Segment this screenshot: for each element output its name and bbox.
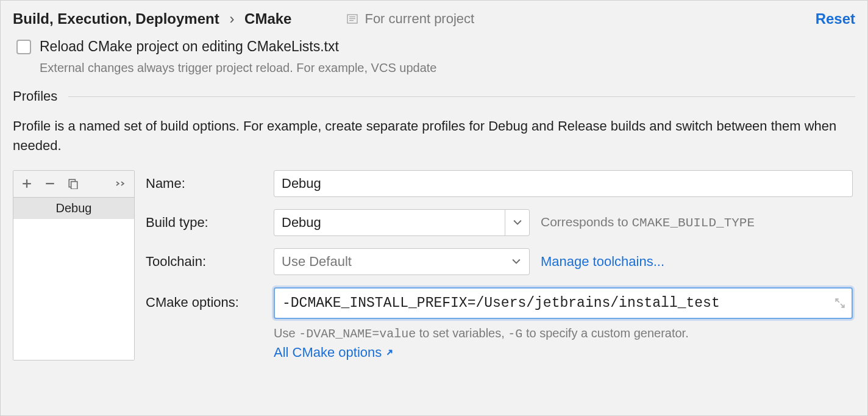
build-type-label: Build type: xyxy=(146,215,274,231)
breadcrumb: Build, Execution, Deployment › CMake xyxy=(13,10,291,27)
add-profile-button[interactable] xyxy=(20,176,34,191)
svg-rect-2 xyxy=(349,18,355,19)
profile-item-debug[interactable]: Debug xyxy=(13,198,134,219)
name-input[interactable] xyxy=(274,170,853,197)
build-type-hint: Corresponds to CMAKE_BUILD_TYPE xyxy=(541,215,755,230)
divider-line xyxy=(68,96,855,97)
profiles-description: Profile is a named set of build options.… xyxy=(13,117,855,156)
svg-rect-1 xyxy=(349,16,355,17)
profiles-toolbar xyxy=(13,171,134,198)
reload-on-edit-label: Reload CMake project on editing CMakeLis… xyxy=(40,38,339,55)
copy-profile-button[interactable] xyxy=(66,176,80,191)
profiles-list: Debug xyxy=(13,198,134,360)
breadcrumb-current: CMake xyxy=(244,10,291,27)
svg-rect-5 xyxy=(71,182,77,189)
reset-button[interactable]: Reset xyxy=(816,10,855,27)
dropdown-caret-icon xyxy=(512,259,521,265)
reload-on-edit-checkbox[interactable] xyxy=(16,40,31,54)
cmake-options-input[interactable]: -DCMAKE_INSTALL_PREFIX=/Users/jetbrains/… xyxy=(274,287,853,319)
toolchain-label: Toolchain: xyxy=(146,254,274,270)
breadcrumb-parent: Build, Execution, Deployment xyxy=(13,10,219,27)
manage-toolchains-link[interactable]: Manage toolchains... xyxy=(541,254,664,270)
remove-profile-button[interactable] xyxy=(43,176,57,191)
scope-label: For current project xyxy=(365,11,474,27)
cmake-options-hint: Use -DVAR_NAME=value to set variables, -… xyxy=(274,326,853,341)
dropdown-caret-icon xyxy=(505,210,529,235)
profiles-panel: Debug xyxy=(13,170,135,360)
toolchain-select[interactable]: Use Default xyxy=(274,248,530,275)
name-label: Name: xyxy=(146,176,274,192)
settings-header: Build, Execution, Deployment › CMake For… xyxy=(13,10,855,27)
cmake-options-value: -DCMAKE_INSTALL_PREFIX=/Users/jetbrains/… xyxy=(282,295,720,311)
external-link-icon xyxy=(385,348,394,357)
project-scope-icon xyxy=(346,13,358,25)
cmake-options-label: CMake options: xyxy=(146,287,274,310)
toolchain-value: Use Default xyxy=(282,254,352,270)
profiles-title: Profiles xyxy=(13,88,57,104)
build-type-select[interactable]: Debug xyxy=(274,209,530,236)
build-type-value: Debug xyxy=(282,215,321,231)
breadcrumb-separator: › xyxy=(229,10,234,27)
scope-indicator: For current project xyxy=(346,11,474,27)
reload-on-edit-hint: External changes always trigger project … xyxy=(40,61,855,75)
svg-rect-3 xyxy=(349,20,354,21)
toolbar-overflow-button[interactable] xyxy=(113,176,128,191)
all-cmake-options-link[interactable]: All CMake options xyxy=(274,345,853,360)
profiles-section-header: Profiles xyxy=(13,88,855,104)
expand-field-icon[interactable] xyxy=(834,298,845,309)
